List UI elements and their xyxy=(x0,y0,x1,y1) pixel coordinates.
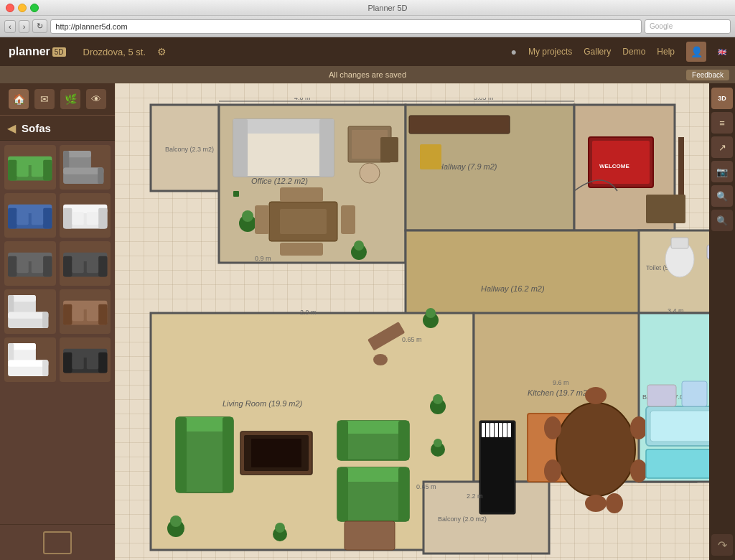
svg-rect-38 xyxy=(8,295,14,314)
eye-tool[interactable]: 👁 xyxy=(86,89,106,109)
furniture-item-sofa-darkgray2[interactable] xyxy=(60,241,111,286)
svg-rect-161 xyxy=(646,449,709,478)
my-projects-link[interactable]: My projects xyxy=(528,47,572,57)
svg-rect-33 xyxy=(98,256,107,277)
svg-text:WELCOME: WELCOME xyxy=(599,163,629,169)
svg-rect-56 xyxy=(63,353,72,373)
furniture-item-sofa-brown[interactable] xyxy=(60,289,111,334)
search-bar[interactable]: Google xyxy=(645,19,731,34)
app-container: planner 5D Drozdova, 5 st. ⚙ ● My projec… xyxy=(0,37,735,560)
redo-button[interactable]: ↷ xyxy=(711,534,733,556)
svg-rect-14 xyxy=(8,208,17,229)
status-bar: All changes are saved Feedback xyxy=(0,66,735,83)
furniture-item-sofa-white-l[interactable] xyxy=(4,289,56,334)
canvas-area[interactable]: Balcony (2.3 m2) Office (12.2 m2) Hallwa… xyxy=(115,83,709,560)
refresh-button[interactable]: ↻ xyxy=(32,19,47,33)
svg-text:2.9 m: 2.9 m xyxy=(300,309,317,316)
camera-button[interactable]: 📷 xyxy=(711,161,733,182)
furniture-item-sofa-white3[interactable] xyxy=(4,337,56,382)
url-bar[interactable]: http://planner5d.com xyxy=(50,19,642,34)
right-toolbar: 3D ≡ ↗ 📷 🔍 🔍 ↷ xyxy=(709,83,735,560)
svg-rect-10 xyxy=(63,168,103,174)
minimize-button[interactable] xyxy=(18,4,27,12)
dot-indicator: ● xyxy=(510,46,516,57)
demo-link[interactable]: Demo xyxy=(622,47,645,57)
share-button[interactable]: ↗ xyxy=(711,136,733,158)
plant-tool[interactable]: 🌿 xyxy=(60,89,80,109)
svg-rect-2 xyxy=(8,160,17,181)
svg-rect-23 xyxy=(86,212,98,225)
zoom-out-button[interactable]: 🔍 xyxy=(711,210,733,231)
svg-rect-40 xyxy=(8,312,48,319)
3d-view-button[interactable]: 3D xyxy=(711,88,733,109)
svg-point-147 xyxy=(585,387,607,404)
svg-rect-118 xyxy=(398,467,409,521)
furniture-item-sofa-darkgray[interactable] xyxy=(4,241,56,286)
window-title: Planner 5D xyxy=(46,4,729,12)
svg-rect-29 xyxy=(32,260,43,273)
svg-rect-90 xyxy=(233,119,248,177)
svg-text:0.65 m: 0.65 m xyxy=(416,483,436,490)
back-button[interactable]: ‹ xyxy=(4,20,16,33)
svg-rect-11 xyxy=(98,168,103,184)
logo: planner 5D xyxy=(9,45,66,58)
title-bar: Planner 5D xyxy=(0,0,735,16)
sidebar-back-button[interactable]: ◀ xyxy=(7,121,16,135)
svg-rect-8 xyxy=(63,151,69,169)
svg-rect-35 xyxy=(86,260,98,273)
feedback-button[interactable]: Feedback xyxy=(686,70,729,80)
svg-text:4.8 m: 4.8 m xyxy=(294,98,311,101)
svg-point-149 xyxy=(544,416,561,439)
browser-chrome: Planner 5D ‹ › ↻ http://planner5d.com Go… xyxy=(0,0,735,37)
svg-rect-20 xyxy=(63,208,72,229)
svg-rect-160 xyxy=(682,381,707,406)
svg-rect-21 xyxy=(98,208,107,229)
furniture-item-sofa-white[interactable] xyxy=(60,193,111,238)
svg-point-133 xyxy=(433,394,443,404)
svg-text:0.9 m: 0.9 m xyxy=(255,255,271,262)
svg-text:9.6 m: 9.6 m xyxy=(553,379,569,386)
gallery-link[interactable]: Gallery xyxy=(584,47,611,57)
svg-rect-104 xyxy=(409,116,510,134)
svg-point-150 xyxy=(544,459,561,482)
furniture-item-sofa-gray-l[interactable] xyxy=(60,145,111,190)
status-message: All changes are saved xyxy=(329,70,406,79)
svg-text:Office (12.2 m2): Office (12.2 m2) xyxy=(251,177,308,185)
logo-text: planner xyxy=(9,45,50,58)
settings-icon[interactable]: ⚙ xyxy=(157,46,167,57)
svg-rect-28 xyxy=(17,260,28,273)
furniture-item-sofa-blue[interactable] xyxy=(4,193,56,238)
svg-rect-27 xyxy=(43,256,52,277)
maximize-button[interactable] xyxy=(30,4,39,12)
svg-rect-110 xyxy=(646,195,685,223)
svg-point-127 xyxy=(426,308,436,318)
mail-tool[interactable]: ✉ xyxy=(34,89,55,109)
svg-rect-93 xyxy=(233,191,239,197)
svg-point-152 xyxy=(630,459,647,482)
svg-rect-32 xyxy=(63,256,72,277)
svg-rect-46 xyxy=(72,308,83,321)
floor-switcher[interactable] xyxy=(0,524,115,560)
svg-text:2.2 m: 2.2 m xyxy=(467,493,483,500)
svg-rect-143 xyxy=(503,423,507,437)
user-avatar[interactable]: 👤 xyxy=(686,42,706,62)
home-tool[interactable]: 🏠 xyxy=(9,89,29,109)
forward-button[interactable]: › xyxy=(19,20,30,33)
svg-rect-57 xyxy=(98,353,107,373)
svg-rect-92 xyxy=(380,137,398,162)
zoom-in-button[interactable]: 🔍 xyxy=(711,185,733,207)
svg-text:Hallway (16.2 m2): Hallway (16.2 m2) xyxy=(481,284,545,293)
svg-text:3.85 m: 3.85 m xyxy=(474,98,494,101)
svg-text:Balcony (2.3 m2): Balcony (2.3 m2) xyxy=(165,146,214,153)
furniture-item-sofa-black[interactable] xyxy=(60,337,111,382)
left-sidebar: 🏠 ✉ 🌿 👁 ◀ Sofas xyxy=(0,83,115,560)
browser-nav: ‹ › ↻ http://planner5d.com Google xyxy=(0,16,735,37)
list-view-button[interactable]: ≡ xyxy=(711,112,733,134)
project-name: Drozdova, 5 st. xyxy=(83,47,146,57)
svg-rect-3 xyxy=(43,160,52,181)
furniture-item-sofa-green[interactable] xyxy=(4,145,56,190)
svg-rect-171 xyxy=(345,521,395,550)
help-link[interactable]: Help xyxy=(657,47,675,57)
close-button[interactable] xyxy=(6,4,14,12)
svg-point-103 xyxy=(354,241,364,251)
